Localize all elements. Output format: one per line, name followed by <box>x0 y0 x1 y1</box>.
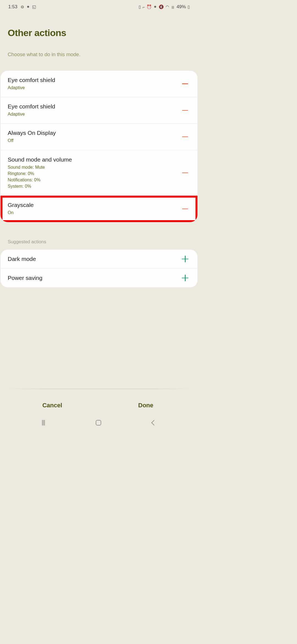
alarm-icon: ⏰ <box>147 4 152 9</box>
footer: Cancel Done <box>0 397 198 414</box>
remove-button[interactable] <box>180 83 190 84</box>
bluetooth-icon: ⁕ <box>26 4 30 9</box>
suggested-card: Dark mode Power saving <box>1 250 197 287</box>
suggested-row-power-saving[interactable]: Power saving <box>1 269 197 287</box>
header: Other actions Choose what to do in this … <box>0 12 198 60</box>
action-sub: Adaptive <box>8 84 180 91</box>
suggested-label: Suggested actions <box>0 222 198 250</box>
battery-icon: ▯ <box>188 4 190 9</box>
remove-button[interactable] <box>180 173 190 173</box>
status-time: 1:53 <box>8 4 17 10</box>
mute-icon: 🔇 <box>159 4 164 9</box>
timer-icon: ◱ <box>32 4 36 9</box>
nav-home-icon[interactable] <box>96 420 101 425</box>
action-title: Grayscale <box>8 202 180 208</box>
done-button[interactable]: Done <box>99 397 193 414</box>
action-row-sound[interactable]: Sound mode and volume Sound mode: Mute R… <box>1 150 197 196</box>
plus-icon <box>182 256 188 262</box>
page-title: Other actions <box>8 28 190 38</box>
minus-icon <box>182 173 188 173</box>
dnd-icon: ⊖ <box>21 4 24 9</box>
add-button[interactable] <box>180 256 190 262</box>
action-row-eye-comfort-1[interactable]: Eye comfort shield Adaptive <box>1 71 197 97</box>
bluetooth-icon-2: ⁕ <box>153 4 157 9</box>
remove-button[interactable] <box>180 137 190 137</box>
action-title: Eye comfort shield <box>8 77 180 83</box>
status-right: ▯ ⌐ ⏰ ⁕ 🔇 ◠ ⫼ 49% ▯ <box>139 4 190 10</box>
bed-icon: ⌐ <box>142 5 145 9</box>
remove-button[interactable] <box>180 110 190 111</box>
minus-icon <box>182 137 188 137</box>
action-sub: Sound mode: Mute Ringtone: 0% Notificati… <box>8 164 180 190</box>
action-row-eye-comfort-2[interactable]: Eye comfort shield Adaptive <box>1 97 197 124</box>
nav-back-icon[interactable] <box>151 420 157 425</box>
action-sub: Off <box>8 137 180 144</box>
action-sub: Adaptive <box>8 111 180 117</box>
minus-icon <box>182 209 188 209</box>
footer-shadow <box>6 389 192 389</box>
action-title: Eye comfort shield <box>8 103 180 110</box>
remove-button[interactable] <box>180 209 190 209</box>
status-left: 1:53 ⊖ ⁕ ◱ <box>8 4 36 10</box>
nav-bar <box>0 416 198 429</box>
suggested-title: Power saving <box>8 275 180 281</box>
battery-pct: 49% <box>177 4 186 10</box>
plus-icon <box>182 275 188 281</box>
action-title: Always On Display <box>8 130 180 136</box>
action-sub: On <box>8 209 180 216</box>
minus-icon <box>182 110 188 111</box>
add-button[interactable] <box>180 275 190 281</box>
suggested-title: Dark mode <box>8 256 180 262</box>
action-row-aod[interactable]: Always On Display Off <box>1 124 197 150</box>
signal-icon: ⫼ <box>171 5 175 9</box>
wifi-icon: ◠ <box>166 4 169 9</box>
actions-card: Eye comfort shield Adaptive Eye comfort … <box>1 71 197 222</box>
status-bar: 1:53 ⊖ ⁕ ◱ ▯ ⌐ ⏰ ⁕ 🔇 ◠ ⫼ 49% ▯ <box>0 2 198 12</box>
action-title: Sound mode and volume <box>8 156 180 163</box>
page-subtitle: Choose what to do in this mode. <box>8 51 190 58</box>
suggested-row-dark-mode[interactable]: Dark mode <box>1 250 197 269</box>
battery-saver-icon: ▯ <box>139 4 141 9</box>
minus-icon <box>182 83 188 84</box>
cancel-button[interactable]: Cancel <box>6 397 99 414</box>
action-row-grayscale[interactable]: Grayscale On <box>1 196 197 222</box>
nav-recent-icon[interactable] <box>42 420 45 425</box>
